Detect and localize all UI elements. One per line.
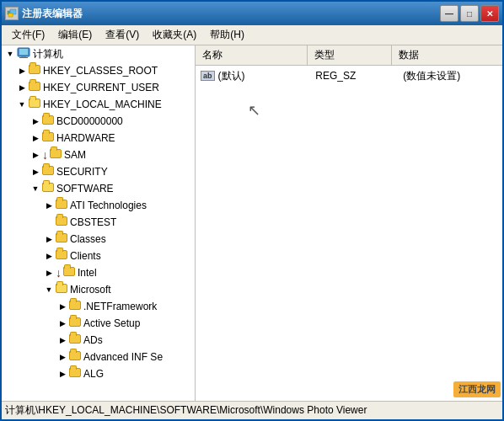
menu-view[interactable]: 查看(V)	[99, 26, 146, 44]
tree-item-software[interactable]: ▼ SOFTWARE	[2, 180, 195, 197]
tree-item-hardware[interactable]: ▶ HARDWARE	[2, 130, 195, 147]
registry-tree[interactable]: ▼ 计算机 ▶ HKEY_CLASSES_ROOT	[2, 45, 196, 401]
folder-icon-intel	[63, 267, 75, 279]
svg-rect-4	[19, 49, 28, 55]
folder-icon-hkcu	[29, 82, 40, 93]
tree-item-activesetup[interactable]: ▶ Active Setup	[2, 315, 195, 332]
title-bar: 注册表编辑器 — □ ✕	[2, 2, 502, 25]
tree-label-bcd: BCD00000000	[56, 115, 123, 127]
tree-label-computer: 计算机	[33, 47, 63, 61]
tree-item-bcd[interactable]: ▶ BCD00000000	[2, 113, 195, 130]
maximize-button[interactable]: □	[460, 5, 479, 22]
folder-icon-security	[42, 166, 54, 178]
tree-item-sam[interactable]: ▶ ↓ SAM	[2, 147, 195, 163]
expander-activesetup[interactable]: ▶	[56, 317, 69, 330]
tree-label-netframework: .NETFramework	[83, 301, 157, 312]
expander-clients[interactable]: ▶	[42, 249, 56, 263]
close-button[interactable]: ✕	[480, 5, 499, 22]
tree-item-hkcu[interactable]: ▶ HKEY_CURRENT_USER	[2, 79, 195, 96]
values-header: 名称 类型 数据	[196, 45, 502, 66]
svg-rect-2	[8, 13, 13, 17]
tree-item-ati[interactable]: ▶ ATI Technologies	[2, 197, 195, 214]
expander-ati[interactable]: ▶	[42, 199, 56, 212]
menu-bar: 文件(F) 编辑(E) 查看(V) 收藏夹(A) 帮助(H)	[2, 25, 502, 45]
expander-netframework[interactable]: ▶	[56, 300, 69, 313]
svg-rect-6	[19, 57, 28, 58]
tree-label-hkcr: HKEY_CLASSES_ROOT	[43, 65, 158, 77]
folder-icon-bcd	[42, 115, 54, 127]
expander-hkcr[interactable]: ▶	[15, 64, 29, 77]
expander-hkcu[interactable]: ▶	[15, 81, 29, 94]
expander-intel[interactable]: ▶	[42, 266, 56, 280]
tree-label-cbstest: CBSTEST	[70, 216, 116, 228]
expander-advancedinf[interactable]: ▶	[56, 350, 69, 364]
folder-icon-activesetup	[69, 317, 81, 329]
expander-hardware[interactable]: ▶	[29, 131, 42, 145]
tree-label-security: SECURITY	[56, 166, 108, 178]
status-text: 计算机\HKEY_LOCAL_MACHINE\SOFTWARE\Microsof…	[5, 403, 367, 418]
tree-label-ati: ATI Technologies	[70, 200, 147, 211]
folder-icon-microsoft	[56, 284, 67, 296]
tree-item-intel[interactable]: ▶ ↓ Intel	[2, 264, 195, 281]
expander-security[interactable]: ▶	[29, 165, 42, 179]
tree-item-security[interactable]: ▶ SECURITY	[2, 163, 195, 180]
tree-item-hkcr[interactable]: ▶ HKEY_CLASSES_ROOT	[2, 62, 195, 79]
tree-label-hklm: HKEY_LOCAL_MACHINE	[43, 99, 162, 110]
red-arrow-intel: ↓	[56, 266, 62, 280]
values-content: ab (默认) REG_SZ (数值未设置) ↖	[196, 66, 502, 401]
menu-edit[interactable]: 编辑(E)	[51, 26, 99, 44]
tree-item-microsoft[interactable]: ▼ Microsoft	[2, 281, 195, 298]
computer-icon	[17, 47, 30, 61]
expander-software[interactable]: ▼	[29, 182, 42, 195]
main-window: 注册表编辑器 — □ ✕ 文件(F) 编辑(E) 查看(V) 收藏夹(A) 帮助…	[0, 0, 504, 421]
tree-item-clients[interactable]: ▶ Clients	[2, 248, 195, 264]
menu-file[interactable]: 文件(F)	[5, 26, 51, 44]
col-name: 名称	[196, 45, 308, 65]
tree-label-alg: ALG	[83, 368, 104, 380]
tree-label-ads: ADs	[83, 334, 103, 346]
tree-item-netframework[interactable]: ▶ .NETFramework	[2, 298, 195, 315]
tree-label-clients: Clients	[70, 250, 101, 262]
window-title: 注册表编辑器	[22, 7, 440, 21]
tree-label-hkcu: HKEY_CURRENT_USER	[43, 82, 159, 93]
expander-alg[interactable]: ▶	[56, 367, 69, 381]
tree-label-classes: Classes	[70, 233, 106, 245]
expander-sam[interactable]: ▶	[29, 148, 42, 162]
expander-bcd[interactable]: ▶	[29, 115, 42, 128]
menu-help[interactable]: 帮助(H)	[203, 26, 251, 44]
folder-icon-classes	[56, 233, 67, 245]
folder-icon-cbstest	[56, 216, 67, 228]
expander-ads[interactable]: ▶	[56, 333, 69, 347]
expander-microsoft[interactable]: ▼	[42, 283, 56, 296]
window-controls: — □ ✕	[440, 5, 499, 22]
tree-label-hardware: HARDWARE	[56, 132, 115, 144]
col-data: 数据	[392, 45, 503, 65]
tree-item-computer[interactable]: ▼ 计算机	[2, 45, 195, 62]
menu-favorites[interactable]: 收藏夹(A)	[146, 26, 203, 44]
folder-icon-software	[42, 183, 54, 195]
tree-item-ads[interactable]: ▶ ADs	[2, 332, 195, 349]
empty-area: ↖	[197, 84, 501, 136]
folder-icon-alg	[69, 368, 81, 380]
tree-item-classes[interactable]: ▶ Classes	[2, 231, 195, 248]
folder-icon-hkcr	[29, 65, 40, 77]
expander-computer[interactable]: ▼	[3, 47, 17, 61]
tree-item-alg[interactable]: ▶ ALG	[2, 365, 195, 382]
tree-item-hklm[interactable]: ▼ HKEY_LOCAL_MACHINE	[2, 96, 195, 113]
reg-type-default: REG_SZ	[315, 70, 399, 82]
tree-item-cbstest[interactable]: ▶ CBSTEST	[2, 214, 195, 231]
expander-classes[interactable]: ▶	[42, 232, 56, 246]
tree-label-sam: SAM	[64, 149, 86, 161]
folder-icon-sam	[50, 149, 62, 161]
folder-icon-ati	[56, 200, 67, 211]
watermark: 江西龙网	[453, 381, 501, 397]
expander-hklm[interactable]: ▼	[15, 98, 29, 111]
tree-label-advancedinf: Advanced INF Se	[83, 351, 163, 363]
tree-item-advancedinf[interactable]: ▶ Advanced INF Se	[2, 349, 195, 365]
minimize-button[interactable]: —	[440, 5, 458, 22]
reg-data-default: (数值未设置)	[403, 69, 497, 83]
registry-row-default[interactable]: ab (默认) REG_SZ (数值未设置)	[197, 67, 501, 84]
tree-label-intel: Intel	[78, 267, 97, 279]
main-content: ▼ 计算机 ▶ HKEY_CLASSES_ROOT	[2, 45, 502, 401]
cursor-indicator: ↖	[248, 102, 260, 119]
